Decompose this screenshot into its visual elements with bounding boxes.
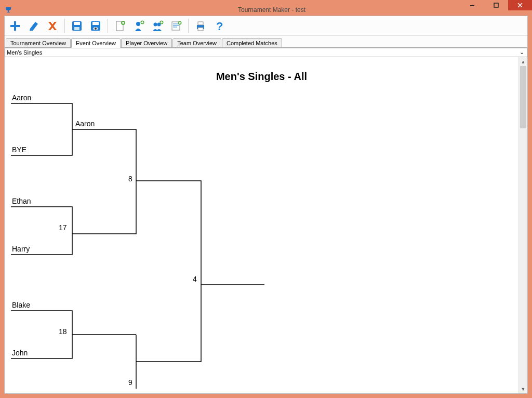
minimize-button[interactable] [460, 0, 484, 10]
tab-team-overview[interactable]: Team Overview [172, 38, 221, 47]
dropdown-selected: Men's Singles [7, 49, 42, 56]
svg-rect-19 [198, 22, 203, 25]
separator [108, 19, 108, 33]
svg-point-11 [136, 22, 140, 26]
svg-rect-20 [198, 28, 203, 31]
window-title: Tournament Maker - test [16, 6, 528, 14]
svg-point-8 [95, 28, 97, 30]
vertical-scrollbar[interactable]: ▲ ▼ [518, 57, 527, 393]
tab-completed-matches[interactable]: Completed Matches [222, 38, 282, 47]
bracket-canvas[interactable]: Men's Singles - All [5, 57, 518, 393]
window-controls [460, 0, 532, 11]
tab-event-overview[interactable]: Event Overview [71, 38, 121, 48]
svg-rect-4 [74, 27, 79, 30]
delete-button[interactable] [44, 18, 61, 34]
bracket-player: BYE [12, 145, 26, 154]
add-team-button[interactable] [149, 18, 166, 34]
maximize-button[interactable] [484, 0, 508, 10]
chevron-down-icon: ⌄ [517, 49, 526, 56]
tab-player-overview[interactable]: Player Overview [121, 38, 172, 47]
scroll-up-icon[interactable]: ▲ [519, 57, 527, 66]
bracket-player: Aaron [12, 94, 31, 102]
app-icon [4, 6, 12, 14]
scrollbar-thumb[interactable] [520, 66, 526, 128]
svg-rect-6 [92, 22, 99, 25]
svg-rect-1 [494, 3, 498, 7]
add-button[interactable] [7, 18, 23, 34]
bracket-score: 17 [59, 223, 67, 232]
tab-bar: Tournament Overview Event Overview Playe… [5, 36, 527, 47]
tab-tournament-overview[interactable]: Tournament Overview [6, 38, 71, 47]
bracket-score: 8 [128, 175, 132, 183]
bracket-player: Ethan [12, 197, 31, 205]
toolbar: ? [5, 16, 527, 36]
bracket-score: 9 [128, 378, 132, 387]
svg-rect-0 [470, 5, 474, 6]
bracket-player: Aaron [75, 120, 95, 128]
add-note-button[interactable] [168, 18, 184, 34]
bracket-player: John [12, 349, 28, 357]
svg-point-13 [154, 22, 157, 26]
close-button[interactable] [508, 0, 532, 10]
separator [188, 19, 189, 33]
event-dropdown[interactable]: Men's Singles ⌄ [5, 48, 527, 57]
new-document-button[interactable] [112, 18, 128, 34]
help-button[interactable]: ? [211, 18, 228, 34]
svg-text:?: ? [216, 20, 223, 32]
bracket-player: Harry [12, 245, 30, 253]
add-player-button[interactable] [130, 18, 147, 34]
svg-rect-3 [74, 22, 80, 25]
scroll-down-icon[interactable]: ▼ [519, 384, 527, 393]
titlebar: Tournament Maker - test [4, 4, 528, 16]
bracket-score: 18 [59, 327, 67, 336]
bracket-score: 4 [193, 275, 197, 283]
bracket-player: Blake [12, 301, 30, 309]
edit-button[interactable] [25, 18, 42, 34]
save-as-button[interactable] [87, 18, 104, 34]
save-button[interactable] [69, 18, 85, 34]
print-button[interactable] [192, 18, 209, 34]
separator [64, 19, 65, 33]
